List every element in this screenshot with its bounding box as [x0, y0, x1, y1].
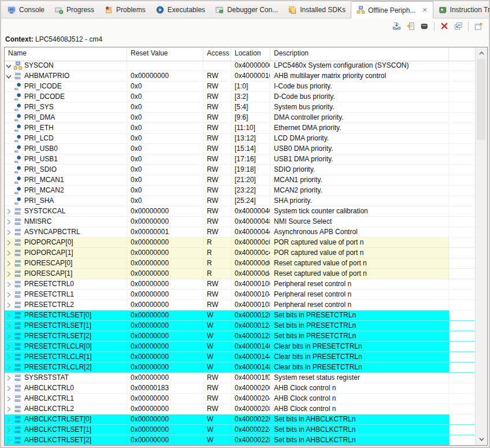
table-row[interactable]: 001PRI_ETH0x0RW[11:10]Ethernet DMA prior… [5, 123, 476, 134]
svg-text:1010: 1010 [14, 416, 21, 419]
collapse-chevron-icon[interactable] [5, 61, 13, 71]
tab-instruction-tr[interactable]: Instruction Tr... [433, 2, 490, 18]
table-row[interactable]: 10100101AHBMATPRIO0x00000000RW0x40000010… [5, 71, 476, 82]
collapse-all-icon[interactable] [452, 21, 465, 32]
table-row[interactable]: 10100101PRESETCTRLSET[0]0x00000000W0x400… [5, 310, 476, 321]
expand-chevron-icon[interactable] [5, 248, 13, 258]
expand-chevron-icon[interactable] [5, 290, 13, 299]
memory-chip-icon[interactable] [418, 21, 430, 32]
table-row[interactable]: 10100101SYSRSTSTAT0x00000000RW0x400001f0… [5, 373, 476, 383]
expand-chevron-icon[interactable] [5, 383, 13, 393]
column-header-name[interactable]: Name [5, 47, 127, 61]
name-cell: 10100101PRESETCTRL2 [5, 300, 127, 310]
table-row[interactable]: 001PRI_USB10x0RW[17:16]USB1 DMA priority… [5, 154, 476, 165]
expand-chevron-icon[interactable] [5, 227, 13, 237]
table-row[interactable]: 10100101PRESETCTRLCLR[2]0x00000000W0x400… [5, 362, 476, 373]
column-header-access[interactable]: Access [203, 47, 231, 61]
table-row[interactable]: 001PRI_DMA0x0RW[9:6]DMA controller prior… [5, 113, 476, 123]
register-name: AHBCLKCTRL1 [24, 394, 74, 403]
expand-chevron-icon[interactable] [5, 269, 13, 279]
table-row[interactable]: 10100101PRESETCTRLSET[1]0x00000000W0x400… [5, 321, 476, 331]
description-cell: Set bits in PRESETCTRLn [270, 310, 449, 320]
table-row[interactable]: 001PRI_ICODE0x0RW[1:0]I-Code bus priorit… [5, 82, 476, 92]
tab-offline-periph[interactable]: Offline Periph...✕ [351, 1, 433, 18]
table-row[interactable]: 10100101AHBCLKCTRLSET[2]0x00000000W0x400… [5, 435, 476, 445]
table-row[interactable]: 10100101PRESETCTRL00x00000000RW0x4000010… [5, 279, 476, 290]
tab-close-icon[interactable]: ✕ [422, 7, 427, 13]
vertical-scrollbar[interactable] [475, 47, 487, 445]
expand-chevron-icon[interactable] [5, 300, 13, 310]
reset-value-cell: 0x00000000 [127, 258, 203, 268]
table-row[interactable]: 001PRI_SYS0x0RW[5:4]System bus priority. [5, 102, 476, 113]
table-row[interactable]: 001PRI_DCODE0x0RW[3:2]D-Code bus priorit… [5, 92, 476, 102]
tab-problems[interactable]: Problems [99, 2, 151, 18]
table-row[interactable]: 001PRI_SDIO0x0RW[19:18]SDIO priority. [5, 165, 476, 175]
tab-label: Executables [168, 6, 205, 14]
expand-chevron-icon[interactable] [5, 414, 13, 424]
table-row[interactable]: 10100101ASYNCAPBCTRL0x00000001RW0x400000… [5, 227, 476, 238]
scroll-up-arrow-icon[interactable] [476, 48, 487, 58]
expand-chevron-icon[interactable] [5, 206, 13, 216]
expand-chevron-icon[interactable] [5, 373, 13, 383]
table-row[interactable]: 001PRI_LCD0x0RW[13:12]LCD DMA priority. [5, 134, 476, 144]
svg-text:0101: 0101 [14, 368, 21, 371]
svg-text:0101: 0101 [14, 274, 21, 277]
table-row[interactable]: 001PRI_MCAN10x0RW[21:20]MCAN1 priority. [5, 175, 476, 186]
table-row[interactable]: 10100101PIORESCAP[1]0x00000000R0x400000d… [5, 269, 476, 279]
table-row[interactable]: 10100101PRESETCTRLCLR[0]0x00000000W0x400… [5, 342, 476, 352]
expand-chevron-icon[interactable] [5, 217, 13, 227]
collapse-chevron-icon[interactable] [5, 71, 13, 81]
column-header-location[interactable]: Location [231, 47, 270, 61]
svg-text:001: 001 [14, 160, 18, 164]
expand-chevron-icon[interactable] [5, 425, 13, 435]
table-row[interactable]: 10100101AHBCLKCTRL20x00000000RW0x4000020… [5, 404, 476, 414]
export-icon[interactable] [404, 21, 417, 32]
table-row[interactable]: SYSCON0x40000000LPC5460x System configur… [5, 61, 476, 71]
table-row[interactable]: 10100101AHBCLKCTRLSET[0]0x00000000W0x400… [5, 414, 476, 425]
expand-chevron-icon[interactable] [5, 352, 13, 362]
scrollbar-thumb[interactable] [477, 59, 485, 140]
table-row[interactable]: 10100101PRESETCTRL10x00000000RW0x4000010… [5, 290, 476, 300]
expand-chevron-icon[interactable] [5, 310, 13, 320]
chevron-spacer [5, 113, 13, 123]
tab-progress[interactable]: Progress [50, 2, 99, 18]
table-row[interactable]: 10100101SYSTCKCAL0x00000000RW0x40000040S… [5, 206, 476, 217]
tab-executables[interactable]: Executables [151, 2, 210, 18]
table-row[interactable]: 10100101AHBCLKCTRL00x00000183RW0x4000020… [5, 383, 476, 394]
table-row[interactable]: 001PRI_MCAN20x0RW[23:22]MCAN2 priority. [5, 186, 476, 196]
expand-chevron-icon[interactable] [5, 258, 13, 268]
tab-installed-sdks[interactable]: Installed SDKs [283, 2, 351, 18]
table-row[interactable]: 10100101AHBCLKCTRL10x00000000RW0x4000020… [5, 394, 476, 404]
table-row[interactable]: 10100101PRESETCTRLCLR[1]0x00000000W0x400… [5, 352, 476, 362]
import-icon[interactable] [390, 21, 403, 32]
delete-icon[interactable] [438, 21, 451, 32]
filler-cell [449, 113, 476, 123]
registers-table: NameReset ValueAccessLocationDescription… [4, 47, 488, 446]
table-row[interactable]: 10100101PIOPORCAP[1]0x00000000R0x400000c… [5, 248, 476, 258]
svg-text:1010: 1010 [14, 301, 21, 305]
table-row[interactable]: 10100101PIORESCAP[0]0x00000000R0x400000d… [5, 258, 476, 269]
expand-chevron-icon[interactable] [5, 435, 13, 445]
column-header-reset-value[interactable]: Reset Value [127, 47, 203, 61]
table-row[interactable]: 10100101PIOPORCAP[0]0x00000000R0x400000c… [5, 238, 476, 248]
expand-chevron-icon[interactable] [5, 342, 13, 351]
tab-console[interactable]: Console [2, 2, 50, 18]
table-row[interactable]: 10100101AHBCLKCTRLSET[1]0x00000000W0x400… [5, 425, 476, 435]
expand-chevron-icon[interactable] [5, 404, 13, 414]
table-row[interactable]: 001PRI_USB00x0RW[15:14]USB0 DMA priority… [5, 144, 476, 154]
expand-chevron-icon[interactable] [5, 279, 13, 289]
expand-chevron-icon[interactable] [5, 331, 13, 341]
expand-chevron-icon[interactable] [5, 394, 13, 403]
expand-chevron-icon[interactable] [5, 238, 13, 247]
table-row[interactable]: 10100101NMISRC0x00000000RW0x40000048NMI … [5, 217, 476, 227]
table-row[interactable]: 10100101PRESETCTRLSET[2]0x00000000W0x400… [5, 331, 476, 342]
table-row[interactable]: 10100101PRESETCTRL20x00000000RW0x4000010… [5, 300, 476, 310]
tab-debugger-con[interactable]: Debugger Con... [210, 2, 283, 18]
expand-chevron-icon[interactable] [5, 321, 13, 331]
expand-chevron-icon[interactable] [5, 362, 13, 372]
column-header-description[interactable]: Description [270, 47, 449, 61]
new-window-icon[interactable] [472, 21, 485, 32]
scroll-down-arrow-icon[interactable] [476, 434, 487, 445]
reset-value-cell: 0x00000000 [127, 290, 203, 299]
table-row[interactable]: 001PRI_SHA0x0RW[25:24]SHA priority. [5, 196, 476, 206]
